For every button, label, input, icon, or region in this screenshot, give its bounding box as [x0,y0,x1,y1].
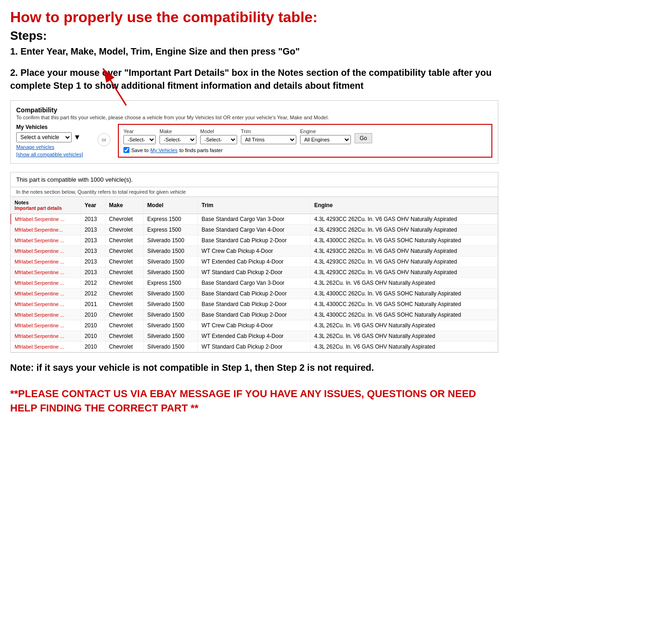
note-text: Note: if it says your vehicle is not com… [10,361,498,374]
cell-year: 2013 [80,235,105,246]
cell-notes: Mfrlabel:Serpentine ... [11,235,81,246]
cell-trim: Base Standard Cargo Van 4-Door [198,225,311,235]
cell-model: Express 1500 [143,225,198,235]
cell-model: Silverado 1500 [143,246,198,257]
col-header-trim: Trim [198,197,311,214]
cell-model: Silverado 1500 [143,288,198,299]
cell-engine: 4.3L 4293CC 262Cu. In. V6 GAS OHV Natura… [310,214,497,225]
cell-make: Chevrolet [105,331,143,342]
cell-make: Chevrolet [105,246,143,257]
year-label: Year [123,129,156,134]
year-field-group: Year -Select- [123,129,156,144]
engine-select[interactable]: All Engines [300,135,351,144]
cell-trim: Base Standard Cab Pickup 2-Door [198,288,311,299]
engine-field-group: Engine All Engines [300,129,351,144]
cell-notes: Mfrlabel:Serpentine ... [11,342,81,352]
cell-make: Chevrolet [105,310,143,320]
cell-year: 2010 [80,331,105,342]
table-row: Mfrlabel:Serpentine...2013ChevroletExpre… [11,225,498,235]
engine-label: Engine [300,129,351,134]
save-checkbox-row: Save to My Vehicles to finds parts faste… [123,147,487,153]
cell-trim: WT Extended Cab Pickup 4-Door [198,257,311,267]
cell-model: Express 1500 [143,278,198,288]
my-vehicles-label: My Vehicles [16,124,90,130]
save-checkbox[interactable] [123,147,129,153]
table-row: Mfrlabel:Serpentine ...2013ChevroletSilv… [11,235,498,246]
cell-make: Chevrolet [105,267,143,278]
cell-year: 2011 [80,299,105,310]
cell-model: Silverado 1500 [143,342,198,352]
cell-make: Chevrolet [105,278,143,288]
cell-year: 2010 [80,342,105,352]
cell-make: Chevrolet [105,320,143,331]
compat-table: Notes Important part details Year Make M… [11,197,498,352]
cell-make: Chevrolet [105,225,143,235]
compat-note-bar: In the notes section below, Quantity ref… [11,187,498,197]
cell-model: Express 1500 [143,214,198,225]
trim-select[interactable]: All Trims [241,135,296,144]
table-row: Mfrlabel:Serpentine ...2013ChevroletSilv… [11,257,498,267]
cell-engine: 4.3L 4300CC 262Cu. In. V6 GAS SOHC Natur… [310,288,497,299]
cell-engine: 4.3L 4300CC 262Cu. In. V6 GAS SOHC Natur… [310,310,497,320]
table-row: Mfrlabel:Serpentine ...2012ChevroletExpr… [11,278,498,288]
col-header-year: Year [80,197,105,214]
cell-trim: WT Crew Cab Pickup 4-Door [198,246,311,257]
table-row: Mfrlabel:Serpentine ...2010ChevroletSilv… [11,320,498,331]
table-row: Mfrlabel:Serpentine ...2010ChevroletSilv… [11,331,498,342]
cell-year: 2013 [80,225,105,235]
dropdown-arrow-icon: ▼ [74,133,81,141]
cell-year: 2010 [80,310,105,320]
steps-label: Steps: [10,29,498,43]
cell-notes: Mfrlabel:Serpentine ... [11,310,81,320]
my-vehicles-link[interactable]: My Vehicles [150,147,178,153]
cell-engine: 4.3L 262Cu. In. V6 GAS OHV Naturally Asp… [310,278,497,288]
cell-make: Chevrolet [105,214,143,225]
manage-vehicles-link[interactable]: Manage vehicles [16,144,90,150]
table-row: Mfrlabel:Serpentine ...2013ChevroletExpr… [11,214,498,225]
cell-year: 2013 [80,267,105,278]
make-label: Make [159,129,196,134]
cell-trim: WT Crew Cab Pickup 4-Door [198,320,311,331]
model-select[interactable]: -Select- [200,135,237,144]
cell-trim: Base Standard Cargo Van 3-Door [198,214,311,225]
cell-trim: WT Extended Cab Pickup 4-Door [198,331,311,342]
col-header-model: Model [143,197,198,214]
cell-model: Silverado 1500 [143,257,198,267]
or-divider: or [98,133,110,146]
compat-widget-subtitle: To confirm that this part fits your vehi… [16,115,492,120]
cell-notes: Mfrlabel:Serpentine... [11,225,81,235]
year-select[interactable]: -Select- [123,135,156,144]
compat-widget: Compatibility To confirm that this part … [10,100,498,164]
save-label-suffix: to finds parts faster [179,147,223,153]
compat-info-bar: This part is compatible with 1000 vehicl… [11,172,498,187]
compat-table-section: This part is compatible with 1000 vehicl… [10,172,498,353]
cell-trim: Base Standard Cab Pickup 2-Door [198,299,311,310]
cell-model: Silverado 1500 [143,331,198,342]
cell-model: Silverado 1500 [143,310,198,320]
cell-year: 2013 [80,257,105,267]
cell-model: Silverado 1500 [143,299,198,310]
cell-notes: Mfrlabel:Serpentine ... [11,278,81,288]
contact-text: **PLEASE CONTACT US VIA EBAY MESSAGE IF … [10,387,498,416]
cell-trim: Base Standard Cargo Van 3-Door [198,278,311,288]
make-select[interactable]: -Select- [159,135,196,144]
cell-engine: 4.3L 4300CC 262Cu. In. V6 GAS SOHC Natur… [310,235,497,246]
model-label: Model [200,129,237,134]
cell-notes: Mfrlabel:Serpentine ... [11,320,81,331]
cell-model: Silverado 1500 [143,267,198,278]
go-button[interactable]: Go [355,133,372,143]
cell-engine: 4.3L 4300CC 262Cu. In. V6 GAS SOHC Natur… [310,299,497,310]
cell-trim: Base Standard Cab Pickup 2-Door [198,310,311,320]
table-row: Mfrlabel:Serpentine ...2013ChevroletSilv… [11,267,498,278]
compat-widget-title: Compatibility [16,106,492,114]
table-row: Mfrlabel:Serpentine ...2010ChevroletSilv… [11,310,498,320]
show-all-link[interactable]: [show all compatible vehicles] [16,152,90,157]
cell-year: 2010 [80,320,105,331]
select-vehicle-dropdown[interactable]: Select a vehicle [16,132,72,142]
cell-notes: Mfrlabel:Serpentine ... [11,331,81,342]
cell-notes: Mfrlabel:Serpentine ... [11,267,81,278]
notes-header: Notes Important part details [15,200,77,211]
step2-text: 2. Place your mouse over "Important Part… [10,66,498,92]
cell-engine: 4.3L 4293CC 262Cu. In. V6 GAS OHV Natura… [310,225,497,235]
cell-notes: Mfrlabel:Serpentine ... [11,214,81,225]
